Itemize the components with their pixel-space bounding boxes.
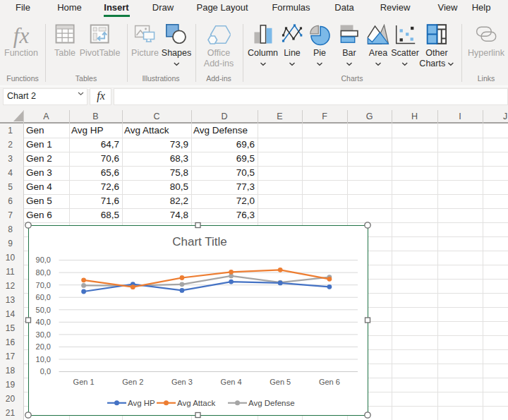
svg-text:30,0: 30,0 — [36, 330, 51, 339]
svg-text:Gen 5: Gen 5 — [270, 378, 291, 386]
svg-text:10,0: 10,0 — [36, 355, 51, 364]
svg-text:20,0: 20,0 — [36, 342, 51, 351]
svg-text:Gen 1: Gen 1 — [73, 378, 95, 386]
svg-text:Gen 3: Gen 3 — [171, 378, 193, 386]
svg-text:Avg Attack: Avg Attack — [177, 399, 215, 407]
svg-text:80,0: 80,0 — [36, 268, 51, 277]
svg-text:50,0: 50,0 — [36, 306, 51, 314]
svg-text:Gen 4: Gen 4 — [221, 378, 242, 386]
svg-text:70,0: 70,0 — [36, 281, 51, 289]
svg-text:40,0: 40,0 — [36, 318, 51, 326]
svg-text:Gen 6: Gen 6 — [319, 378, 340, 386]
svg-text:Gen 2: Gen 2 — [122, 378, 143, 386]
svg-text:Avg HP: Avg HP — [128, 399, 155, 407]
svg-text:0,0: 0,0 — [40, 367, 51, 376]
svg-text:Chart Title: Chart Title — [172, 235, 226, 248]
svg-text:60,0: 60,0 — [36, 293, 51, 301]
svg-text:fx: fx — [13, 24, 30, 48]
svg-text:90,0: 90,0 — [36, 256, 51, 264]
svg-text:Avg Defense: Avg Defense — [248, 399, 295, 407]
